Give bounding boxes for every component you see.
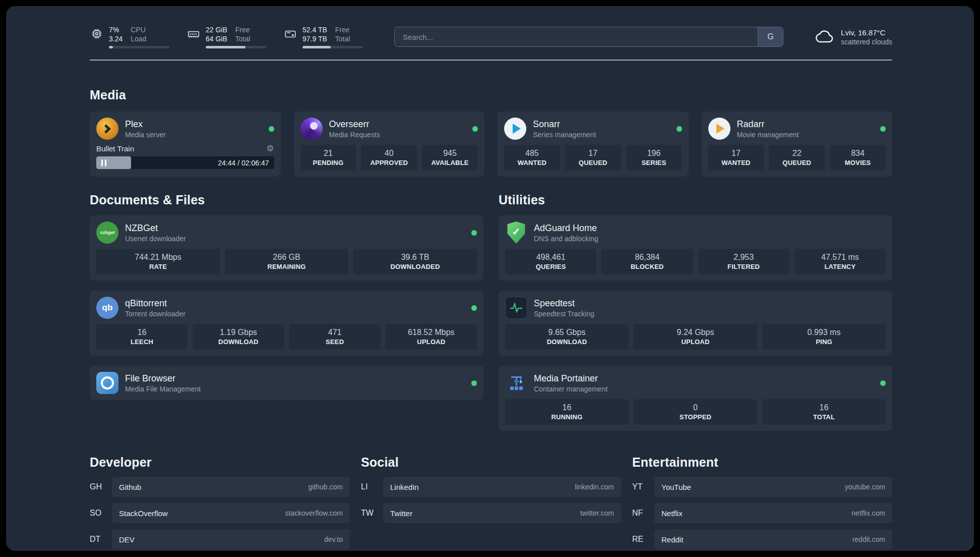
qbittorrent-icon (96, 297, 118, 319)
weather-location: Lviv, 16.87°C (841, 28, 892, 37)
stat-upload: 9.24 Gbps UPLOAD (634, 324, 757, 350)
stat-upload: 618.52 Mbps UPLOAD (386, 324, 477, 350)
bookmark-linkedin[interactable]: LI LinkedIn linkedin.com (361, 477, 621, 497)
stat-downloaded: 39.6 TB DOWNLOADED (353, 249, 477, 274)
status-dot-online (471, 230, 477, 236)
bookmarks-developer: Developer GH Github github.com SO StackO… (90, 455, 350, 551)
service-card-overseerr[interactable]: Overseerr Media Requests 21 PENDING 40 A… (294, 112, 485, 177)
bookmark-pill: LinkedIn linkedin.com (383, 477, 621, 497)
memory-label-total: Total (235, 34, 251, 43)
bookmark-name: Twitter (390, 509, 412, 518)
service-name: NZBGet (125, 222, 186, 234)
stat-running: 16 RUNNING (505, 399, 629, 425)
search-provider-button[interactable]: G (758, 27, 783, 46)
service-description: Torrent downloader (125, 310, 186, 318)
status-dot-online (677, 126, 682, 132)
service-card-plex[interactable]: Plex Media server Bullet Train 24:44 / 0… (90, 112, 281, 177)
filebrowser-icon (96, 372, 118, 394)
bookmark-url: github.com (309, 483, 343, 491)
bookmark-pill: Github github.com (112, 477, 350, 497)
bookmark-abbr: GH (90, 482, 112, 491)
status-dot-online (269, 126, 274, 132)
bookmark-url: youtube.com (845, 483, 885, 491)
service-name: Plex (125, 119, 166, 130)
stat-ping: 0.993 ms PING (762, 324, 886, 350)
bookmark-url: linkedin.com (575, 483, 614, 491)
media-grid: Plex Media server Bullet Train 24:44 / 0… (90, 112, 892, 177)
disk-widget: 52.4 TB 97.9 TB Free Total (283, 25, 363, 48)
sonarr-icon (504, 118, 526, 140)
gear-icon[interactable] (266, 144, 274, 153)
bookmark-twitter[interactable]: TW Twitter twitter.com (361, 503, 621, 523)
section-title-utilities: Utilities (499, 193, 892, 207)
disk-total-value: 97.9 TB (302, 34, 327, 43)
stat-movies: 834 MOVIES (830, 145, 886, 171)
stat-blocked: 86,384 BLOCKED (601, 249, 693, 274)
bookmark-reddit[interactable]: RE Reddit reddit.com (632, 529, 892, 549)
portainer-crane-icon (505, 372, 527, 394)
bookmark-name: StackOverflow (119, 509, 168, 518)
bookmark-netflix[interactable]: NF Netflix netflix.com (632, 503, 892, 523)
plex-icon (96, 118, 118, 140)
search-input[interactable] (395, 27, 758, 46)
service-description: Usenet downloader (125, 235, 186, 243)
service-name: File Browser (125, 373, 201, 384)
cpu-usage-fill (109, 46, 113, 48)
speedtest-icon (505, 297, 527, 319)
service-card-sonarr[interactable]: Sonarr Series management 485 WANTED 17 Q… (498, 112, 689, 177)
section-title-entertainment: Entertainment (632, 455, 892, 470)
bookmark-pill: Reddit reddit.com (654, 529, 892, 549)
bookmark-url: stackoverflow.com (285, 509, 343, 517)
service-card-nzbget[interactable]: NZBGet Usenet downloader 744.21 Mbps RAT… (90, 215, 483, 281)
stat-download: 1.19 Gbps DOWNLOAD (193, 324, 284, 350)
stat-leech: 16 LEECH (96, 324, 188, 350)
service-name: Radarr (737, 119, 799, 130)
bookmark-name: LinkedIn (390, 483, 419, 491)
cpu-percent: 7% (109, 25, 122, 34)
status-dot-online (472, 126, 478, 132)
section-title-developer: Developer (90, 455, 350, 470)
bookmark-github[interactable]: GH Github github.com (90, 477, 350, 497)
service-description: Series management (533, 131, 596, 139)
dashboard-page: 7% 3.24 CPU Load (6, 6, 974, 551)
stat-approved: 40 APPROVED (361, 145, 417, 171)
service-name: Speedtest (534, 298, 594, 309)
service-description: Media server (125, 131, 166, 139)
bookmark-name: DEV (119, 535, 135, 544)
bookmark-url: reddit.com (852, 535, 885, 543)
bookmark-pill: StackOverflow stackoverflow.com (112, 503, 350, 523)
bookmark-abbr: SO (90, 509, 112, 518)
service-card-filebrowser[interactable]: File Browser Media File Management (90, 366, 483, 400)
search-bar: G (394, 27, 783, 47)
stat-wanted: 485 WANTED (504, 145, 560, 171)
section-title-documents: Documents & Files (90, 193, 483, 207)
cpu-label-top: CPU (131, 25, 146, 34)
disk-icon (283, 27, 297, 41)
service-card-portainer[interactable]: Media Portainer Container management 16 … (499, 366, 892, 431)
memory-usage-fill (206, 46, 246, 48)
bookmark-abbr: NF (632, 509, 654, 518)
memory-icon (187, 27, 201, 41)
service-card-speedtest[interactable]: Speedtest Speedtest Tracking 9.65 Gbps D… (499, 291, 892, 356)
service-name: Overseerr (329, 119, 380, 130)
disk-usage-bar (302, 46, 363, 48)
service-name: Media Portainer (534, 373, 607, 384)
service-description: DNS and adblocking (534, 235, 598, 243)
bookmark-stackoverflow[interactable]: SO StackOverflow stackoverflow.com (90, 503, 350, 523)
bookmark-youtube[interactable]: YT YouTube youtube.com (632, 477, 892, 497)
cloud-icon (815, 27, 835, 47)
memory-widget: 22 GiB 64 GiB Free Total (187, 25, 266, 48)
seek-bar[interactable]: 24:44 / 02:06:47 (96, 156, 274, 169)
bookmark-dev[interactable]: DT DEV dev.to (90, 529, 350, 549)
status-dot-online (880, 380, 886, 386)
stat-stopped: 0 STOPPED (634, 399, 757, 425)
stat-queued: 22 QUEUED (769, 145, 825, 171)
service-card-qbittorrent[interactable]: qBittorrent Torrent downloader 16 LEECH … (90, 291, 483, 356)
bookmark-name: Reddit (661, 535, 683, 544)
stat-filtered: 2,953 FILTERED (698, 249, 789, 274)
cpu-label-bottom: Load (131, 34, 146, 43)
pause-icon[interactable] (101, 159, 106, 166)
service-card-radarr[interactable]: Radarr Movie management 17 WANTED 22 QUE… (702, 112, 893, 177)
cpu-load-value: 3.24 (109, 34, 122, 43)
service-card-adguard-home[interactable]: AdGuard Home DNS and adblocking 498,461 … (499, 215, 892, 281)
